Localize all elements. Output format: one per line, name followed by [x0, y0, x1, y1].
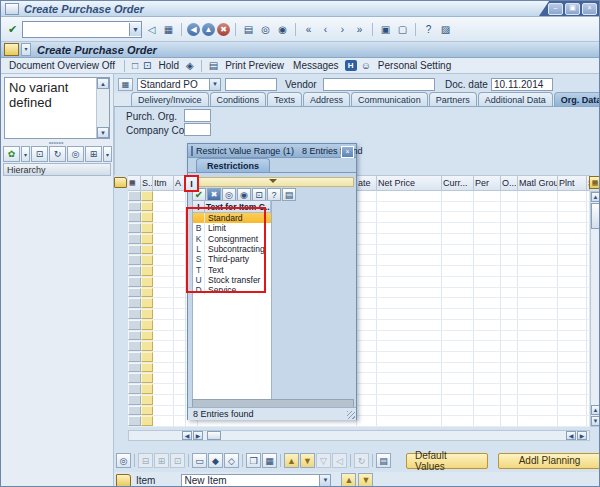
grid-cell[interactable]	[558, 266, 587, 276]
grid-cell[interactable]	[558, 373, 587, 383]
grid-cell[interactable]	[474, 363, 501, 373]
hold-button[interactable]: Hold	[155, 60, 182, 71]
grid-cell[interactable]	[501, 212, 518, 222]
grid-cell[interactable]	[141, 298, 153, 308]
shortcut-icon[interactable]: ▢	[395, 22, 410, 37]
grid-cell[interactable]	[153, 331, 174, 341]
grid-cell[interactable]	[377, 352, 442, 362]
grid-cell[interactable]	[501, 320, 518, 330]
toolbar-separator[interactable]	[181, 23, 182, 36]
grid-cell[interactable]	[153, 352, 174, 362]
row-selector-cell[interactable]	[128, 331, 141, 341]
grid-cell[interactable]	[474, 191, 501, 201]
row-selector-cell[interactable]	[128, 223, 141, 233]
grid-cell[interactable]	[377, 191, 442, 201]
grid-cell[interactable]	[501, 202, 518, 212]
grid-cell[interactable]	[474, 202, 501, 212]
grid-cell[interactable]	[518, 320, 558, 330]
layout-icon[interactable]: ⊞	[85, 146, 102, 162]
grid-cell[interactable]	[153, 309, 174, 319]
grid-cell[interactable]	[153, 416, 174, 426]
scroll-left-icon[interactable]: ◀	[182, 431, 192, 440]
grid-cell[interactable]	[442, 288, 474, 298]
row-selector-cell[interactable]	[128, 266, 141, 276]
messages-button[interactable]: Messages	[290, 60, 342, 71]
table-settings-icon[interactable]: ▦	[589, 176, 600, 189]
grid-cell[interactable]	[501, 298, 518, 308]
grid-cell[interactable]	[174, 234, 186, 244]
grid-cell[interactable]	[377, 331, 442, 341]
find-icon[interactable]: ◎	[258, 22, 273, 37]
grid-cell[interactable]	[558, 341, 587, 351]
grid-column-header[interactable]: S...	[141, 175, 153, 191]
grid-cell[interactable]	[174, 352, 186, 362]
grid-cell[interactable]	[518, 277, 558, 287]
grid-cell[interactable]	[141, 416, 153, 426]
grid-cell[interactable]	[518, 331, 558, 341]
grid-cell[interactable]	[442, 202, 474, 212]
grid-cell[interactable]	[501, 373, 518, 383]
grid-cell[interactable]	[442, 363, 474, 373]
grid-cell[interactable]	[518, 234, 558, 244]
grid-cell[interactable]	[153, 298, 174, 308]
grid-cell[interactable]	[153, 320, 174, 330]
grid-cell[interactable]	[357, 341, 377, 351]
tab[interactable]: Delivery/Invoice	[131, 92, 209, 106]
collapsed-restrictions-bar[interactable]	[192, 177, 354, 187]
grid-cell[interactable]	[174, 266, 186, 276]
grid-cell[interactable]	[141, 331, 153, 341]
grid-cell[interactable]	[153, 234, 174, 244]
grid-cell[interactable]	[377, 202, 442, 212]
toolbar-separator[interactable]	[372, 23, 373, 36]
grid-cell[interactable]	[174, 255, 186, 265]
print-preview-icon[interactable]: ▤	[208, 60, 219, 71]
grid-cell[interactable]	[474, 341, 501, 351]
grid-cell[interactable]	[141, 202, 153, 212]
variant-icon[interactable]: ✿	[3, 146, 20, 162]
company-code-field[interactable]	[184, 123, 211, 136]
resize-grip[interactable]	[347, 411, 355, 419]
grid-cell[interactable]	[377, 406, 442, 416]
grid-cell[interactable]	[153, 266, 174, 276]
grid-cell[interactable]	[558, 363, 587, 373]
grid-cell[interactable]	[174, 191, 186, 201]
grid-cell[interactable]	[442, 406, 474, 416]
toolbar-separator[interactable]	[235, 23, 236, 36]
grid-cell[interactable]	[442, 309, 474, 319]
tab[interactable]: Texts	[267, 92, 302, 106]
grid-cell[interactable]	[174, 288, 186, 298]
grid-cell[interactable]	[442, 395, 474, 405]
grid-cell[interactable]	[442, 298, 474, 308]
grid-cell[interactable]	[174, 320, 186, 330]
row-selector-cell[interactable]	[128, 191, 141, 201]
scroll-down-icon[interactable]: ▼	[591, 416, 600, 426]
toolbar-separator[interactable]	[134, 454, 135, 467]
doc-date-field[interactable]: 10.11.2014	[491, 78, 553, 91]
close-icon[interactable]: ×	[582, 3, 597, 15]
row-selector-cell[interactable]	[128, 384, 141, 394]
grid-cell[interactable]	[141, 352, 153, 362]
copy-item-icon[interactable]: ⊟	[138, 453, 153, 468]
tab[interactable]: Additional Data	[478, 92, 553, 106]
grid-cell[interactable]	[174, 384, 186, 394]
grid-cell[interactable]	[141, 212, 153, 222]
gross-display-icon[interactable]: ▦	[262, 453, 277, 468]
row-selector-cell[interactable]	[128, 298, 141, 308]
grid-cell[interactable]	[153, 384, 174, 394]
grid-cell[interactable]	[442, 331, 474, 341]
grid-cell[interactable]	[501, 191, 518, 201]
grid-cell[interactable]	[153, 223, 174, 233]
grid-cell[interactable]	[501, 352, 518, 362]
next-item-icon[interactable]: ▼	[358, 473, 373, 487]
toolbar-separator[interactable]	[201, 60, 202, 72]
sort-descending-icon[interactable]: ▼	[300, 453, 315, 468]
toolbar-separator[interactable]	[372, 454, 373, 467]
grid-cell[interactable]	[501, 288, 518, 298]
grid-cell[interactable]	[518, 363, 558, 373]
scroll-down-icon[interactable]: ▼	[97, 127, 109, 138]
purch-org-field[interactable]	[184, 109, 211, 122]
tab[interactable]: Conditions	[210, 92, 267, 106]
scrollbar-thumb[interactable]	[591, 203, 600, 229]
dialog-titlebar[interactable]: Restrict Value Range (1) 8 Entries found	[188, 144, 356, 158]
grid-cell[interactable]	[442, 234, 474, 244]
